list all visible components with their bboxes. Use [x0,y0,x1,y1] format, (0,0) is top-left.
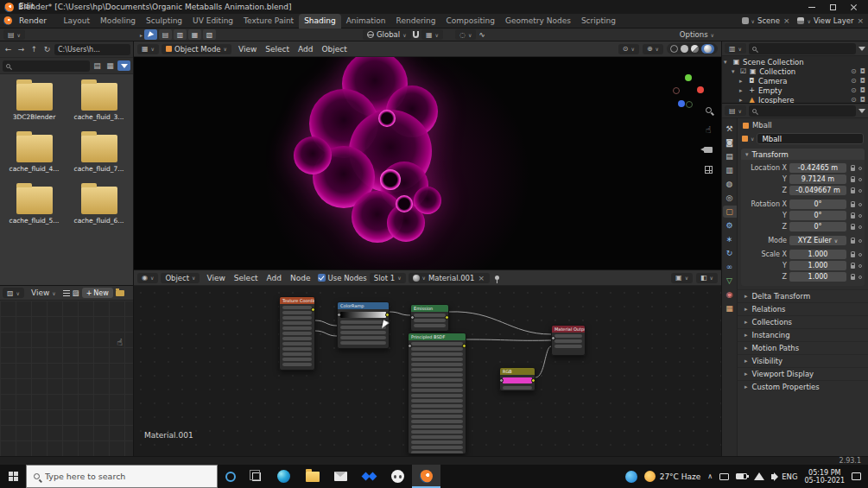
workspace-tab-shading[interactable]: Shading [299,14,341,29]
gizmos-dropdown[interactable]: ⊕ ∨ [643,44,663,54]
shader-menu-node[interactable]: Node [286,274,315,282]
properties-tab-output[interactable]: ▤ [723,150,737,162]
workspace-tab-texture-paint[interactable]: Texture Paint [238,14,299,29]
viewport-menu-add[interactable]: Add [294,45,317,54]
outliner-row-empty[interactable]: ▸+Empty⊙◘ [722,86,868,95]
animate-dot-icon[interactable] [858,203,862,206]
node-rgb[interactable]: RGB [499,367,535,391]
mode-dropdown[interactable]: Object Mode ∨ [162,44,231,54]
folder-item[interactable]: cache_fluid_3... [67,83,131,121]
blender-menu-icon[interactable] [3,16,12,25]
battery-icon[interactable] [736,473,747,479]
axis-z-icon[interactable] [678,100,685,107]
menu-burger-icon[interactable] [63,290,70,296]
unlink-material-icon[interactable]: × [477,274,485,282]
expand-arrow-icon[interactable]: ▸ [140,32,143,38]
lock-icon[interactable] [849,252,856,257]
properties-tab-physics[interactable]: ↻ [723,247,737,259]
overlay-dropdown[interactable]: ◧ ∨ [696,273,718,283]
taskbar-app-edge[interactable] [269,465,298,488]
panel-collections[interactable]: ▸Collections [738,315,868,328]
snap-target-dropdown[interactable]: ▦ ∨ [421,29,443,40]
lock-icon[interactable] [849,225,856,230]
shading-wireframe-icon[interactable] [670,45,678,53]
animate-dot-icon[interactable] [858,178,862,181]
workspace-tab-animation[interactable]: Animation [341,14,391,29]
panel-relations[interactable]: ▸Relations [738,302,868,315]
panel-instancing[interactable]: ▸Instancing [738,328,868,341]
properties-tab-constraints[interactable]: ∞ [723,261,737,273]
taskbar-app-mail[interactable] [326,465,355,488]
axis-x-icon[interactable] [697,86,704,93]
property-field-scale-x[interactable]: 1.000 [789,250,846,259]
node-output-socket[interactable] [385,313,390,317]
property-field-rotation-x[interactable]: 0° [789,200,846,209]
view-layer-selector[interactable]: ∨ View Layer × [797,16,865,25]
magnet-snap-icon[interactable] [413,31,419,38]
open-image-icon[interactable] [116,290,124,296]
shader-menu-view[interactable]: View [202,274,229,282]
animate-dot-icon[interactable] [858,167,862,170]
folder-item[interactable]: cache_fluid_5... [2,187,67,225]
properties-tab-render[interactable]: ◙ [723,136,737,149]
workspace-tab-layout[interactable]: Layout [59,14,96,29]
render-camera-icon[interactable]: ◘ [860,96,865,104]
panel-delta-transform[interactable]: ▸Delta Transform [738,289,868,302]
folder-item[interactable]: cache_fluid_4... [2,135,67,173]
tray-expand-icon[interactable]: ∧ [707,472,713,480]
property-field-y[interactable]: 0° [789,211,846,220]
animate-dot-icon[interactable] [858,276,862,279]
tool-option-button[interactable]: ▧ [203,29,216,40]
display-tray-icon[interactable] [719,473,729,480]
toggle-ortho-button[interactable] [702,163,714,175]
animate-dot-icon[interactable] [858,239,862,243]
close-button[interactable] [843,0,864,14]
unlink-scene-icon[interactable]: × [782,16,791,25]
lock-icon[interactable] [849,177,856,182]
scene-selector[interactable]: ∨ Scene × [742,16,791,25]
action-center-icon[interactable] [852,472,861,480]
slot-dropdown[interactable]: Slot 1 ∨ [370,273,406,283]
axis-y-icon[interactable] [685,74,692,81]
disclosure-arrow-icon[interactable]: ▾ [724,59,730,66]
node-emission[interactable]: Emission [410,304,449,332]
animate-dot-icon[interactable] [858,189,862,193]
taskbar-app-discord[interactable] [383,465,412,488]
workspace-tab-geometry-nodes[interactable]: Geometry Nodes [500,14,576,29]
shader-menu-select[interactable]: Select [230,274,263,282]
hide-eye-icon[interactable]: ⊙ [851,96,857,104]
tool-option-button[interactable]: ▥ [174,29,187,40]
properties-tab-world[interactable]: ◎ [723,192,737,204]
file-path-field[interactable]: C:\Users\h... [54,44,130,55]
properties-tab-particles[interactable]: ∗ [723,233,737,245]
node-principled-bsdf[interactable]: Principled BSDF [408,333,466,454]
image-editor-canvas[interactable]: ☝ [0,301,133,456]
lock-icon[interactable] [849,263,856,269]
render-camera-icon[interactable]: ◘ [860,67,865,75]
image-view-menu[interactable]: View ∨ [27,288,60,297]
render-camera-icon[interactable]: ◘ [860,77,865,85]
node-output-socket[interactable] [445,315,449,320]
hide-eye-icon[interactable]: ⊙ [851,67,857,75]
editor-type-selector[interactable]: ▥ ∨ [725,43,746,54]
workspace-tab-uv-editing[interactable]: UV Editing [187,14,238,29]
property-field-z[interactable]: 1.000 [789,272,846,282]
panel-motion-paths[interactable]: ▸Motion Paths [738,341,868,354]
node-output-socket[interactable] [531,378,535,383]
maximize-button[interactable] [822,0,843,14]
volume-icon[interactable] [771,474,775,479]
disclosure-arrow-icon[interactable]: ▾ [732,68,738,75]
transform-panel-header[interactable]: ▾ Transform [741,149,865,160]
collection-checkbox-icon[interactable]: ☑ [740,67,746,75]
taskbar-app-dropbox[interactable] [355,465,383,488]
minimize-button[interactable] [801,0,822,14]
workspace-tab-compositing[interactable]: Compositing [441,14,500,29]
forward-icon[interactable]: → [16,45,27,54]
workspace-tab-modeling[interactable]: Modeling [95,14,141,29]
file-search-field[interactable] [3,60,90,72]
workspace-tab-rendering[interactable]: Rendering [391,14,441,29]
search-input[interactable] [45,472,210,481]
node-input-socket[interactable] [408,344,412,348]
material-datablock[interactable]: ∨ Material.001 × [409,273,490,283]
unlink-view-layer-icon[interactable]: × [856,16,865,25]
